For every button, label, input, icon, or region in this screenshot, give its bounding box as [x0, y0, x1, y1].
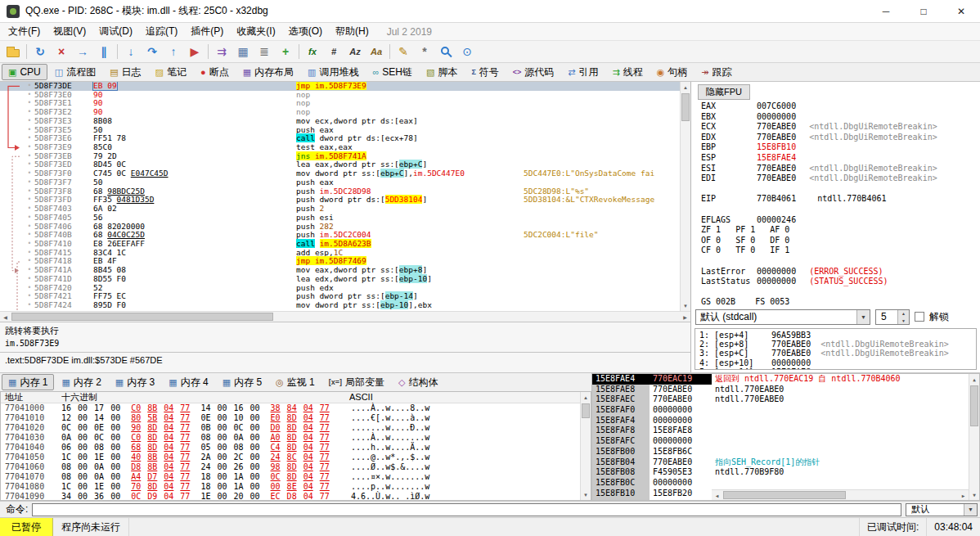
tab-log[interactable]: ▤日志	[103, 64, 147, 80]
run-button[interactable]: →	[72, 43, 93, 61]
maximize-button[interactable]: □	[905, 0, 942, 22]
menu-item-options[interactable]: 选项(O)	[282, 23, 329, 40]
stack-address[interactable]: 15E8FB04	[592, 457, 650, 468]
scroll-up-arrow[interactable]: ▲	[581, 392, 591, 403]
tab-trace[interactable]: ↠跟踪	[695, 64, 738, 80]
register-line[interactable]: ESP15E8FAE4	[701, 153, 980, 164]
stack-value[interactable]: 00000000	[650, 405, 712, 416]
stack-horizontal-scrollbar[interactable]: ◀ ▶	[712, 489, 969, 500]
stack-value[interactable]: 15E8FB6C	[650, 447, 712, 457]
dump-row[interactable]: 770410801C001E00708D047718001A00008E0477…	[1, 482, 591, 492]
scroll-left-arrow[interactable]: ◀	[712, 490, 722, 500]
register-line[interactable]: OF 0 SF 0 DF 0	[701, 236, 980, 246]
calling-convention-select[interactable]: 默认 (stdcall) ▼	[695, 309, 870, 325]
spin-down-icon[interactable]: ▼	[897, 317, 909, 324]
tab-cpu[interactable]: ▣CPU	[2, 64, 47, 80]
argument-row[interactable]: 5: [esp+14]15E8FAE8	[699, 367, 972, 370]
az-symbols-button[interactable]: Az	[344, 43, 366, 61]
menu-item-trace[interactable]: 追踪(T)	[139, 23, 184, 40]
disassembly-vertical-scrollbar[interactable]: ▲ ▼	[680, 82, 690, 311]
dump-row[interactable]: 7704104006000800688D047705000800C48D0477…	[1, 443, 591, 453]
step-over-button[interactable]: ↷	[142, 43, 163, 61]
dump-row[interactable]: 7704107008000A00A4D7047718001A000C8D0477…	[1, 472, 591, 482]
stack-address[interactable]: 15E8FAE4	[592, 374, 650, 385]
register-line[interactable]	[701, 287, 980, 298]
register-line[interactable]: EDI770EABE0<ntdll.DbgUiRemoteBreakin>	[701, 173, 980, 184]
tab-handles[interactable]: ◉句柄	[650, 64, 695, 80]
minimize-button[interactable]: ─	[867, 0, 905, 22]
register-line[interactable]	[701, 205, 980, 215]
tab-breakpoints[interactable]: ●断点	[194, 64, 236, 80]
appearance-brush-button[interactable]: ✎	[393, 43, 414, 61]
tab-threads[interactable]: ⇉线程	[606, 64, 650, 80]
tab-memory-1[interactable]: ▦内存 1	[2, 374, 54, 390]
stop-button[interactable]: ×	[51, 43, 72, 61]
stack-value[interactable]: 00000000	[650, 478, 712, 489]
tab-memory-5[interactable]: ▦内存 5	[216, 374, 268, 390]
stack-value[interactable]: 15E8FB20	[650, 489, 712, 499]
argument-row[interactable]: 1: [esp+4]96A59BB3	[699, 331, 972, 340]
dump-row[interactable]: 7704106008000A00D88B047724002600988D0477…	[1, 462, 591, 472]
tab-memory-map[interactable]: ▦内存布局	[236, 64, 300, 80]
stack-address[interactable]: 15E8FB08	[592, 467, 650, 478]
scroll-thumb[interactable]	[11, 313, 273, 321]
stack-value[interactable]: F45905E3	[650, 467, 712, 478]
menu-item-debug[interactable]: 调试(D)	[92, 23, 139, 40]
stack-address[interactable]: 15E8FAEC	[592, 394, 650, 405]
dump-row[interactable]: 770410200C000E00908D04770B000C00D08D0477…	[1, 423, 591, 433]
register-line[interactable]: EBX00000000	[701, 112, 980, 123]
register-line[interactable]: ZF 1 PF 1 AF 0	[701, 225, 980, 236]
argument-row[interactable]: 4: [esp+10]00000000	[699, 358, 972, 367]
scroll-thumb[interactable]	[681, 93, 690, 121]
tab-script[interactable]: ▧脚本	[420, 64, 464, 80]
scroll-thumb[interactable]	[970, 385, 978, 426]
hide-fpu-button[interactable]: 隐藏FPU	[698, 84, 750, 100]
hash-calculator-button[interactable]: #	[323, 43, 344, 61]
step-into-button[interactable]: ↓	[120, 43, 142, 61]
stack-value[interactable]: 770EABE0	[650, 457, 712, 468]
stack-address[interactable]: 15E8FAF4	[592, 416, 650, 426]
register-line[interactable]: ESI770EABE0<ntdll.DbgUiRemoteBreakin>	[701, 164, 980, 174]
command-profile-select[interactable]: 默认 ▼	[906, 503, 978, 516]
execute-till-return-button[interactable]: ↑	[163, 43, 184, 61]
open-file-button[interactable]	[2, 43, 24, 61]
scroll-left-arrow[interactable]: ◀	[0, 312, 11, 322]
patches-button[interactable]: +	[275, 43, 296, 61]
tab-call-stack[interactable]: ▥调用堆栈	[301, 64, 365, 80]
register-line[interactable]: EFLAGS00000246	[701, 215, 980, 226]
preferences-button[interactable]: *	[414, 43, 435, 61]
animate-into-button[interactable]: ▶	[184, 43, 205, 61]
stack-address[interactable]: 15E8FAFC	[592, 436, 650, 447]
dump-vertical-scrollbar[interactable]: ▲ ▼	[580, 392, 591, 500]
tab-memory-3[interactable]: ▦内存 3	[109, 374, 161, 390]
memory-map-button[interactable]: ▦	[232, 43, 254, 61]
menu-item-favourites[interactable]: 收藏夹(I)	[230, 23, 281, 40]
tab-memory-2[interactable]: ▦内存 2	[55, 374, 107, 390]
scroll-down-arrow[interactable]: ▼	[969, 489, 979, 500]
scroll-right-arrow[interactable]: ▶	[958, 490, 969, 500]
scroll-down-arrow[interactable]: ▼	[681, 300, 690, 311]
tab-seh-chain[interactable]: ∞SEH链	[366, 64, 419, 80]
search-button[interactable]	[435, 43, 456, 61]
tab-references[interactable]: ⇄引用	[561, 64, 605, 80]
spin-up-icon[interactable]: ▲	[897, 310, 909, 318]
scroll-down-arrow[interactable]: ▼	[581, 489, 591, 500]
chevron-down-icon[interactable]: ▼	[964, 504, 977, 516]
menu-item-plugins[interactable]: 插件(P)	[184, 23, 230, 40]
argument-row[interactable]: 2: [esp+8]770EABE0<ntdll.DbgUiRemoteBrea…	[699, 340, 972, 349]
stack-address[interactable]: 15E8FB0C	[592, 478, 650, 489]
close-button[interactable]: ✕	[942, 0, 980, 22]
stack-value[interactable]: 00000000	[650, 416, 712, 426]
dump-row[interactable]: 7704100016001700C08B04771400160038840477…	[1, 403, 591, 413]
register-line[interactable]: LastError00000000(ERROR_SUCCESS)	[701, 267, 980, 277]
menu-item-file[interactable]: 文件(F)	[2, 23, 47, 40]
disassembly-horizontal-scrollbar[interactable]: ◀ ▶	[0, 311, 690, 322]
scroll-right-arrow[interactable]: ▶	[680, 312, 690, 322]
stack-address[interactable]: 15E8FAF0	[592, 405, 650, 416]
tab-symbols[interactable]: Σ符号	[465, 64, 505, 80]
dump-row[interactable]: 7704101012001400805B04770E001000E08D0477…	[1, 413, 591, 423]
command-input[interactable]	[32, 503, 901, 516]
dump-row[interactable]: 770410300A000C00C08D047708000A00A08D0477…	[1, 433, 591, 443]
stack-value[interactable]: 770EAC19	[650, 374, 712, 385]
register-line[interactable]	[701, 184, 980, 195]
